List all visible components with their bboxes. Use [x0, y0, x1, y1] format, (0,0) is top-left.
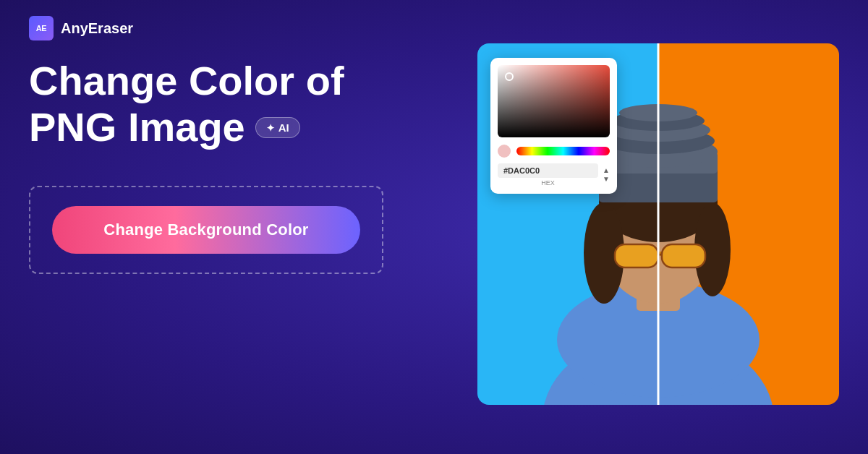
left-content: Change Color of PNG Image ✦ AI Change Ba… [29, 58, 448, 274]
title-line1: Change Color of [29, 58, 448, 104]
main-title: Change Color of PNG Image ✦ AI [29, 58, 448, 151]
spinner[interactable]: ▲ ▼ [603, 167, 610, 183]
hex-input-row: #DAC0C0 HEX ▲ ▼ [498, 163, 610, 187]
spinner-down-icon[interactable]: ▼ [603, 176, 610, 183]
hex-label: HEX [498, 179, 598, 187]
hex-value[interactable]: #DAC0C0 [498, 163, 598, 178]
title-line2-text: PNG Image [29, 104, 245, 150]
color-swatch [498, 145, 511, 158]
logo-badge: AE [29, 16, 54, 40]
color-picker-popup: #DAC0C0 HEX ▲ ▼ [490, 58, 617, 194]
cta-dashed-box: Change Background Color [29, 186, 383, 274]
spectrum-cursor [505, 72, 514, 81]
hue-slider[interactable] [516, 147, 610, 155]
split-divider [658, 43, 660, 405]
right-panel: #DAC0C0 HEX ▲ ▼ [477, 43, 839, 405]
sparkle-icon: ✦ [266, 122, 275, 134]
color-spectrum[interactable] [498, 65, 610, 137]
logo-initials: AE [36, 24, 46, 33]
title-line2: PNG Image ✦ AI [29, 104, 448, 150]
ai-badge: ✦ AI [255, 117, 300, 138]
change-background-color-button[interactable]: Change Background Color [52, 206, 360, 254]
svg-rect-16 [662, 244, 705, 267]
brand-name: AnyEraser [61, 20, 133, 37]
image-container: #DAC0C0 HEX ▲ ▼ [477, 43, 839, 405]
spinner-up-icon[interactable]: ▲ [603, 167, 610, 174]
header: AE AnyEraser [29, 16, 133, 40]
ai-label: AI [278, 121, 289, 134]
hue-row [498, 145, 610, 158]
svg-rect-15 [615, 244, 658, 267]
